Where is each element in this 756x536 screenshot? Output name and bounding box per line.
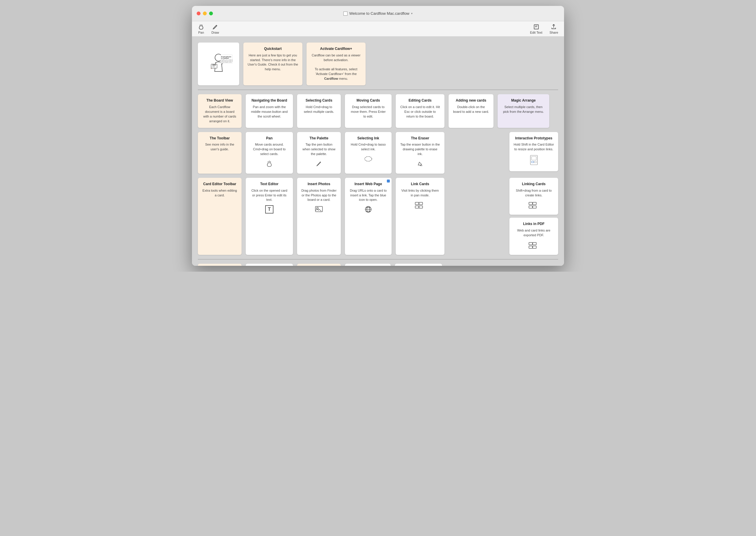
selecting-ink-body: Hold Cmd+drag to lasso select ink. — [349, 142, 387, 152]
svg-rect-25 — [529, 202, 533, 205]
editing-cards-body: Click on a card to edit it. Hit Esc or c… — [400, 105, 440, 119]
activate-card[interactable]: Activate Cardflow+ Cardflow can be used … — [307, 43, 366, 85]
links-in-pdf-card[interactable]: Links in PDF Web and card links are expo… — [509, 218, 558, 254]
svg-rect-24 — [419, 206, 423, 208]
toolbar-card-title: The Toolbar — [210, 136, 230, 141]
insert-photos-card[interactable]: Insert Photos Drag photos from Finder or… — [297, 178, 341, 255]
interactive-prototypes-title: Interactive Prototypes — [515, 136, 552, 141]
intro-row: Hi and welcome to Cardflow! Cardflow use… — [198, 43, 558, 85]
svg-rect-27 — [529, 206, 533, 208]
card-editor-toolbar-card[interactable]: Card Editor Toolbar Extra tools when edi… — [198, 178, 242, 255]
selecting-ink-card[interactable]: Selecting Ink Hold Cmd+drag to lasso sel… — [345, 132, 392, 174]
row3-cards: The Toolbar See more info in the user's … — [198, 132, 558, 174]
linking-cards-icon — [529, 201, 539, 211]
adding-cards-title: Adding new cards — [456, 98, 486, 103]
fullscreen-button[interactable] — [209, 12, 213, 16]
moving-cards-body: Drag selected cards to move them. Press … — [349, 105, 387, 119]
insert-photos-title: Insert Photos — [308, 182, 330, 186]
group-ideas-card[interactable]: Group ideasand REFINEthem later — [395, 264, 442, 266]
titlebar: Welcome to Cardflow Mac.cardflow ▾ — [192, 6, 564, 21]
svg-rect-22 — [419, 202, 423, 205]
eraser-card-icon — [416, 159, 424, 170]
interactive-prototypes-icon — [529, 155, 539, 167]
edit-text-button[interactable]: Edit Text — [530, 24, 542, 34]
divider-2 — [198, 259, 558, 259]
svg-text:to Cardflow!: to Cardflow! — [221, 57, 229, 59]
moving-cards-card[interactable]: Moving Cards Drag selected cards to move… — [345, 94, 392, 128]
selecting-cards-card[interactable]: Selecting Cards Hold Cmd+drag to select … — [297, 94, 341, 128]
edit-text-icon — [533, 24, 540, 30]
pan-label: Pan — [198, 31, 204, 34]
insert-photos-icon — [315, 205, 323, 215]
text-editor-body: Click on the opened card or press Enter … — [250, 188, 289, 203]
editing-cards-card[interactable]: Editing Cards Click on a card to edit it… — [396, 94, 444, 128]
interactive-prototypes-card[interactable]: Interactive Prototypes Hold Shift in the… — [509, 132, 558, 171]
quickstart-title: Quickstart — [264, 47, 281, 51]
moving-cards-title: Moving Cards — [356, 98, 380, 103]
draw-icon — [212, 24, 218, 30]
pan-card-icon — [265, 159, 274, 170]
row2-cards: The Board View Each Cardflow document is… — [198, 94, 558, 128]
share-label: Share — [549, 31, 558, 34]
palette-card[interactable]: The Palette Tap the pen button when sele… — [297, 132, 341, 174]
pan-icon — [198, 24, 204, 30]
link-cards-card[interactable]: Link Cards Visit links by clicking them … — [396, 178, 444, 255]
pan-card[interactable]: Pan Move cards around. Cmd+drag on board… — [246, 132, 293, 174]
magic-arrange-card[interactable]: Magic Arrange Select multiple cards, the… — [498, 94, 549, 128]
edit-text-label: Edit Text — [530, 31, 542, 34]
insert-webpage-card[interactable]: Insert Web Page Drag URLs onto a card to… — [345, 178, 392, 255]
svg-point-12 — [365, 156, 372, 161]
toolbar-left: Pan Draw — [198, 24, 219, 34]
board-view-body: Each Cardflow document is a board with a… — [202, 105, 238, 124]
quickstart-card[interactable]: Quickstart Here are just a few tips to g… — [243, 43, 302, 85]
svg-rect-28 — [533, 206, 536, 208]
board-view-card[interactable]: The Board View Each Cardflow document is… — [198, 94, 242, 128]
selecting-ink-icon — [364, 155, 373, 165]
activate-title: Activate Cardflow+ — [320, 47, 352, 51]
adding-cards-card[interactable]: Adding new cards Double-click on the boa… — [448, 94, 493, 128]
canvas-area[interactable]: Hi and welcome to Cardflow! Cardflow use… — [192, 37, 564, 266]
draw-tool[interactable]: Draw — [212, 24, 219, 34]
share-button[interactable]: Share — [549, 24, 558, 34]
svg-rect-23 — [415, 206, 419, 208]
svg-rect-5 — [212, 67, 215, 67]
editing-cards-title: Editing Cards — [409, 98, 431, 103]
close-button[interactable] — [197, 12, 201, 16]
brainstorming-card[interactable]: Brainstorming Index cards are ideal for … — [297, 264, 341, 266]
things-todo-card[interactable]: Things You Can Do with Cardflow Just a f… — [198, 264, 242, 266]
eraser-card-body: Tap the eraser button in the drawing pal… — [400, 142, 440, 156]
text-editor-card[interactable]: Text Editor Click on the opened card or … — [246, 178, 293, 255]
document-icon — [344, 12, 347, 16]
pan-tool[interactable]: Pan — [198, 24, 204, 34]
palette-card-title: The Palette — [310, 136, 328, 141]
linking-cards-body: Shift+drag from a card to create links. — [513, 188, 554, 198]
linking-cards-title: Linking Cards — [522, 182, 545, 186]
text-and-ink-card[interactable]: Text and Ink Combine text and freeform d… — [246, 264, 293, 266]
insert-photos-body: Drag photos from Finder or the Photos ap… — [301, 188, 337, 203]
palette-card-icon — [315, 159, 323, 170]
svg-rect-32 — [533, 246, 536, 248]
quickstart-body: Here are just a few tips to get you star… — [247, 53, 298, 72]
svg-text:favorite markers, and a: favorite markers, and a — [221, 62, 232, 63]
minimize-button[interactable] — [203, 12, 207, 16]
blue-indicator — [387, 180, 390, 183]
window-title-area: Welcome to Cardflow Mac.cardflow ▾ — [344, 11, 413, 16]
big-idea-card[interactable]: Write oneBIG IDEAper card — [345, 264, 391, 266]
navigating-card[interactable]: Navigating the Board Pan and zoom with t… — [246, 94, 293, 128]
toolbar-card[interactable]: The Toolbar See more info in the user's … — [198, 132, 242, 174]
magic-arrange-body: Select multiple cards, then pick from th… — [502, 105, 545, 114]
svg-rect-17 — [315, 206, 322, 212]
share-icon — [550, 24, 557, 30]
draw-label: Draw — [212, 31, 219, 34]
intro-illustration: Hi and welcome to Cardflow! Cardflow use… — [202, 52, 235, 76]
linking-cards-card[interactable]: Linking Cards Shift+drag from a card to … — [509, 178, 558, 215]
activate-body: Cardflow can be used as a viewer before … — [311, 53, 361, 82]
link-cards-icon — [415, 201, 426, 211]
title-dropdown-arrow[interactable]: ▾ — [411, 12, 412, 15]
intro-image-card[interactable]: Hi and welcome to Cardflow! Cardflow use… — [198, 43, 239, 85]
eraser-card[interactable]: The Eraser Tap the eraser button in the … — [396, 132, 444, 174]
link-cards-title: Link Cards — [411, 182, 429, 186]
selecting-ink-title: Selecting Ink — [357, 136, 379, 141]
svg-rect-26 — [533, 202, 536, 205]
bottom-row: Things You Can Do with Cardflow Just a f… — [198, 264, 558, 266]
